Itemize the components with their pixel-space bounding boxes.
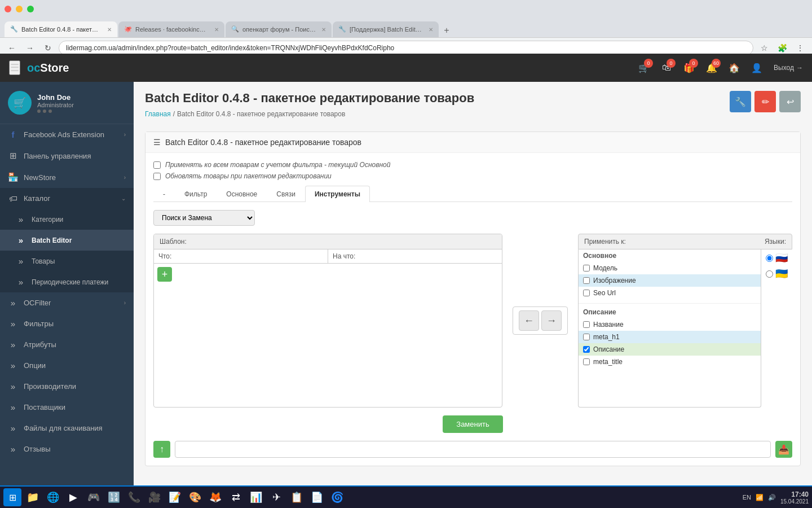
taskbar-paint[interactable]: 🎨 <box>186 488 204 506</box>
address-bar[interactable] <box>59 41 753 55</box>
page-action-buttons: 🔧 ✏ ↩ <box>730 91 801 112</box>
maximize-window-btn[interactable] <box>27 6 34 12</box>
browser-tab-1[interactable]: 🔧 Batch Editor 0.4.8 - пакетное ре... ✕ <box>5 21 117 37</box>
extensions-button[interactable]: 🧩 <box>775 41 789 55</box>
checkbox-image[interactable] <box>583 277 590 284</box>
bottom-input[interactable] <box>175 441 771 458</box>
tab-connections[interactable]: Связи <box>267 186 305 202</box>
taskbar-word[interactable]: 📝 <box>166 488 184 506</box>
back-button[interactable]: ↩ <box>779 91 801 112</box>
apply-item-meta-h1[interactable]: meta_h1 <box>579 331 761 343</box>
apply-item-name[interactable]: Название <box>579 318 761 331</box>
apply-item-meta-title[interactable]: meta_title <box>579 356 761 368</box>
sidebar-item-panel[interactable]: ⊞ Панель управления <box>0 145 134 167</box>
template-header-label: Шаблон: <box>160 238 187 246</box>
back-button[interactable]: ← <box>5 41 19 55</box>
taskbar-calc[interactable]: 🔢 <box>105 488 123 506</box>
replace-button[interactable]: Заменить <box>443 415 502 433</box>
sidebar-item-suppliers[interactable]: » Поставщики <box>0 397 134 418</box>
taskbar-pdf[interactable]: 📄 <box>308 488 326 506</box>
sidebar-item-categories[interactable]: » Категории <box>0 209 134 230</box>
forward-button[interactable]: → <box>23 41 37 55</box>
cart-icon-btn[interactable]: 🛍0 <box>656 58 677 78</box>
sidebar-item-downloads[interactable]: » Файлы для скачивания <box>0 418 134 439</box>
checkbox-name[interactable] <box>583 321 590 328</box>
close-window-btn[interactable] <box>5 6 11 12</box>
sidebar-item-catalog[interactable]: 🏷 Каталог ⌄ <box>0 188 134 209</box>
browser-tab-4[interactable]: 🔧 [Поддержка] Batch Editor - пак... ✕ <box>333 21 439 37</box>
gift-icon-btn[interactable]: 🎁0 <box>679 58 699 78</box>
lang-ru[interactable]: 🇷🇺 <box>766 252 788 264</box>
bell-icon-btn[interactable]: 🔔60 <box>701 58 722 78</box>
delete-button[interactable]: ✏ <box>754 91 776 112</box>
tab-close-3[interactable]: ✕ <box>321 27 326 33</box>
breadcrumb-home[interactable]: Главная <box>145 110 171 118</box>
card-header: ☰ Batch Editor 0.4.8 - пакетное редактир… <box>145 132 800 153</box>
person-icon-btn[interactable]: 👤 <box>747 58 767 78</box>
browser-tab-3[interactable]: 🔍 опенкарт форум - Поиск в Гоо... ✕ <box>226 21 332 37</box>
hamburger-button[interactable]: ☰ <box>9 60 20 75</box>
tab-tools[interactable]: Инструменты <box>305 186 370 202</box>
reload-button[interactable]: ↻ <box>41 41 55 55</box>
sidebar-item-periodic[interactable]: » Периодические платежи <box>0 271 134 292</box>
import-button[interactable]: 📥 <box>775 441 792 458</box>
tab-close-1[interactable]: ✕ <box>107 27 112 33</box>
sidebar-item-batch-editor[interactable]: » Batch Editor <box>0 230 134 251</box>
browser-tab-2[interactable]: 🐙 Releases · facebookincubator/Fa... ✕ <box>118 21 224 37</box>
update-goods-checkbox[interactable] <box>153 173 161 180</box>
tab-filter[interactable]: Фильтр <box>175 186 217 202</box>
add-row-button[interactable]: + <box>157 267 172 282</box>
minimize-window-btn[interactable] <box>16 6 23 12</box>
tab-dash[interactable]: - <box>153 186 175 202</box>
new-tab-button[interactable]: + <box>440 24 453 37</box>
sidebar-item-ocfilter[interactable]: » OCFilter › <box>0 292 134 313</box>
taskbar-chrome[interactable]: 🌀 <box>328 488 346 506</box>
taskbar-firefox[interactable]: 🦊 <box>206 488 224 506</box>
taskbar-telegram[interactable]: ✈ <box>267 488 285 506</box>
tab-close-2[interactable]: ✕ <box>214 27 219 33</box>
start-button[interactable]: ⊞ <box>3 488 21 506</box>
radio-ua[interactable] <box>766 270 773 278</box>
taskbar-phone[interactable]: 📞 <box>125 488 143 506</box>
taskbar-excel[interactable]: 📋 <box>288 488 306 506</box>
home-icon-btn[interactable]: 🏠 <box>724 58 744 78</box>
apply-item-model[interactable]: Модель <box>579 262 761 274</box>
radio-ru[interactable] <box>766 255 773 262</box>
sidebar-item-reviews[interactable]: » Отзывы <box>0 439 134 459</box>
taskbar-app1[interactable]: 📊 <box>247 488 265 506</box>
taskbar-zoom[interactable]: 🎥 <box>145 488 164 506</box>
arrow-left-button[interactable]: ← <box>519 310 539 331</box>
logout-button[interactable]: Выход → <box>774 64 803 72</box>
sidebar-item-filters[interactable]: » Фильтры <box>0 313 134 334</box>
bookmark-button[interactable]: ☆ <box>757 41 771 55</box>
sidebar-item-options[interactable]: » Опции <box>0 355 134 376</box>
apply-item-seo[interactable]: Seo Url <box>579 287 761 299</box>
checkbox-model[interactable] <box>583 265 590 271</box>
taskbar-media[interactable]: ▶ <box>64 488 82 506</box>
taskbar-arrows[interactable]: ⇄ <box>227 488 245 506</box>
sidebar-item-newstore[interactable]: 🏪 NewStore › <box>0 167 134 188</box>
tab-basic[interactable]: Основное <box>217 186 267 202</box>
orders-icon-btn[interactable]: 🛒0 <box>634 58 654 78</box>
sidebar-item-goods[interactable]: » Товары <box>0 251 134 271</box>
apply-item-image[interactable]: Изображение <box>579 274 761 287</box>
lang-ua[interactable]: 🇺🇦 <box>766 268 788 280</box>
export-button[interactable]: ↑ <box>153 441 170 458</box>
tab-close-4[interactable]: ✕ <box>429 27 433 33</box>
sidebar-item-manufacturers[interactable]: » Производители <box>0 376 134 397</box>
checkbox-meta-h1[interactable] <box>583 334 590 340</box>
apply-item-description[interactable]: Описание <box>579 343 761 356</box>
checkbox-description[interactable] <box>583 346 590 353</box>
menu-button[interactable]: ⋮ <box>793 41 807 55</box>
apply-all-checkbox[interactable] <box>153 161 161 169</box>
taskbar-files[interactable]: 📁 <box>24 488 42 506</box>
sidebar-item-attributes[interactable]: » Атрибуты <box>0 334 134 355</box>
checkbox-meta-title[interactable] <box>583 358 590 365</box>
taskbar-game[interactable]: 🎮 <box>85 488 103 506</box>
sidebar-item-facebook-ads[interactable]: f Facebook Ads Extension › <box>0 124 134 145</box>
arrow-right-button[interactable]: → <box>541 310 562 331</box>
taskbar-browser[interactable]: 🌐 <box>44 488 62 506</box>
tool-select[interactable]: Поиск и ЗаменаДругой инструмент <box>153 210 255 226</box>
checkbox-seo[interactable] <box>583 290 590 296</box>
edit-button[interactable]: 🔧 <box>730 91 751 112</box>
